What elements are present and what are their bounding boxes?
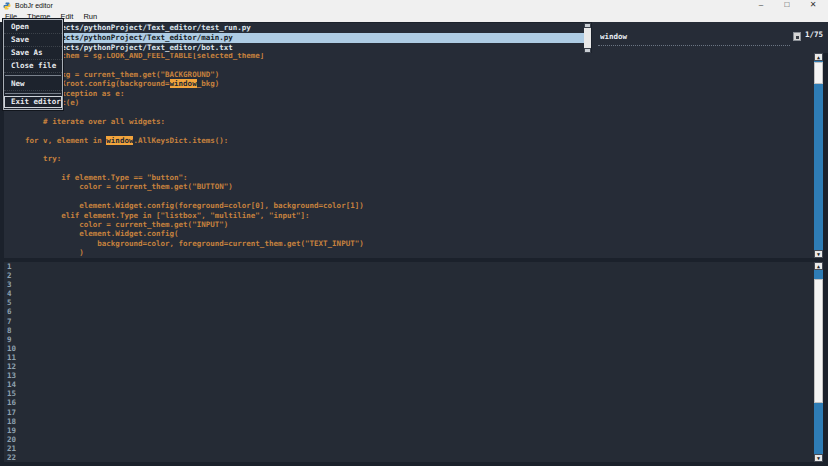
code-line [7,107,814,116]
line-number: 9 [4,335,814,344]
code-line [7,164,814,173]
editor-scrollbar[interactable]: ▲ ▼ [814,262,823,462]
code-line: element.Widget.config(foreground=color[0… [7,201,814,210]
code-line: elif element.Type in ["listbox", "multil… [7,211,814,220]
file-menu-item-new[interactable]: New [4,78,62,91]
code-line [7,126,814,135]
code-line: except Exception as e: [7,89,814,98]
app-window: BobJr editor – □ ✕ FileThemeEditRun /Pyc… [0,0,828,466]
code-line: color = current_them.get("INPUT") [7,220,814,229]
code-line: try: [7,154,814,163]
menu-divider [5,93,61,94]
code-line: background=color, foreground=current_the… [7,239,814,248]
code-line: window_bkg = current_them.get("BACKGROUN… [7,70,814,79]
search-panel: 1/75 [592,22,828,53]
scroll-down-arrow-icon[interactable]: ▼ [814,454,823,462]
code-line: for v, element in window.AllKeysDict.ite… [7,136,814,145]
line-number: 13 [4,371,814,380]
code-line [7,192,814,201]
search-match-highlight: window [106,136,133,145]
scroll-down-arrow-icon[interactable]: ▼ [814,250,823,258]
line-number: 5 [4,298,814,307]
maximize-button[interactable]: □ [774,0,800,11]
line-number: 20 [4,435,814,444]
line-number: 22 [4,453,814,462]
code-line: element.Widget.config( [7,229,814,238]
code-line [7,145,814,154]
code-scrollbar-thumb[interactable] [814,62,823,84]
minimize-button[interactable]: – [748,0,774,11]
file-list-item[interactable]: /PycharmProjects/pythonProject/Text_edit… [5,33,584,43]
line-number: 19 [4,426,814,435]
line-number: 16 [4,398,814,407]
menu-bar: FileThemeEditRun [0,11,828,22]
line-number: 11 [4,353,814,362]
editor-text-area[interactable]: 12345678910111213141516171819202122 [4,262,814,462]
open-files-listbox[interactable]: /PycharmProjects/pythonProject/Text_edit… [5,23,584,53]
code-line: if element.Type == "button": [7,173,814,182]
line-number: 12 [4,362,814,371]
scroll-up-arrow-icon[interactable]: ▲ [814,262,823,270]
file-list-scrollbar[interactable] [584,23,591,53]
line-number: 4 [4,289,814,298]
file-list-item[interactable]: /PycharmProjects/pythonProject/Text_edit… [5,43,584,53]
code-line: current_them = sg.LOOK_AND_FEEL_TABLE[se… [7,53,814,60]
code-line: color = current_them.get("BUTTON") [7,182,814,191]
line-number: 21 [4,444,814,453]
file-menu-item-open[interactable]: Open [4,21,62,34]
line-number: 8 [4,326,814,335]
line-number: 14 [4,380,814,389]
file-menu-item-save-as[interactable]: Save As [4,47,62,60]
line-number: 10 [4,344,814,353]
python-logo-icon [3,2,11,10]
close-button[interactable]: ✕ [800,0,826,11]
window-controls: – □ ✕ [748,0,826,11]
window-title: BobJr editor [15,0,53,11]
menu-divider [5,75,61,76]
code-line: print(e) [7,98,814,107]
code-scrollbar[interactable]: ▲ ▼ [814,53,823,258]
line-number: 17 [4,408,814,417]
file-menu-item-save[interactable]: Save [4,34,62,47]
line-number: 18 [4,417,814,426]
search-next-button[interactable] [793,32,801,41]
code-line: window.TKroot.config(background=window_b… [7,79,814,88]
file-menu-item-close-file[interactable]: Close file [4,60,62,73]
scroll-up-arrow-icon[interactable] [584,23,591,28]
code-line: # iterate over all widgets: [7,117,814,126]
code-line: ) [7,248,814,257]
title-bar: BobJr editor – □ ✕ [0,0,828,11]
file-menu-item-exit-editor[interactable]: Exit editor [4,96,62,108]
line-number: 2 [4,271,814,280]
line-number: 15 [4,389,814,398]
menubar-item-run[interactable]: Run [78,11,102,22]
code-preview-area[interactable]: current_them = sg.LOOK_AND_FEEL_TABLE[se… [4,53,814,258]
search-input[interactable] [598,29,790,46]
line-number: 7 [4,317,814,326]
line-number: 6 [4,307,814,316]
search-match-highlight: window [170,79,197,88]
code-line [7,60,814,69]
file-list-item[interactable]: /PycharmProjects/pythonProject/Text_edit… [5,23,584,33]
editor-scrollbar-thumb[interactable] [814,279,823,403]
scroll-up-arrow-icon[interactable]: ▲ [814,53,823,61]
search-match-counter: 1/75 [805,30,823,39]
line-number: 3 [4,280,814,289]
file-dropdown-menu: OpenSaveSave AsClose fileNewExit editor [3,19,63,110]
line-number: 1 [4,262,814,271]
